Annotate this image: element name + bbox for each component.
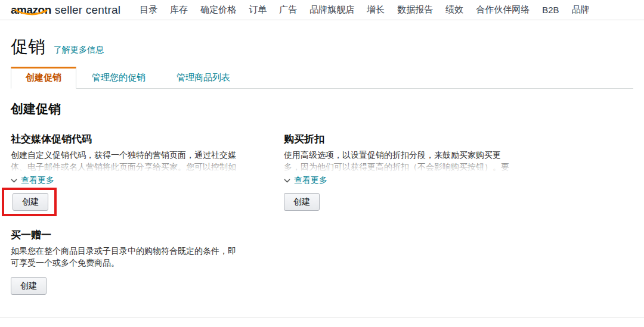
card-description-line: 创建自定义促销代码，获得一个独特的营销页面，通过社交媒 — [11, 149, 284, 161]
nav-item-pricing[interactable]: 确定价格 — [200, 4, 236, 15]
create-button-purchase-discount[interactable]: 创建 — [284, 193, 320, 211]
card-description: 创建自定义促销代码，获得一个独特的营销页面，通过社交媒 体、电子邮件或名人营销将… — [11, 149, 284, 173]
button-row: 创建 — [11, 277, 284, 295]
amazon-seller-central-logo[interactable]: amazon seller central — [11, 4, 120, 17]
card-description-line-truncated: 体、电子邮件或名人营销将此页面分享给买家。您可以控制如 — [11, 161, 284, 173]
create-button-buy-one-get-one[interactable]: 创建 — [11, 277, 47, 295]
button-row: 创建 — [284, 193, 633, 211]
card-title: 社交媒体促销代码 — [11, 133, 284, 146]
nav-item-partner-network[interactable]: 合作伙伴网络 — [476, 4, 530, 15]
learn-more-link[interactable]: 了解更多信息 — [54, 45, 104, 55]
nav-item-advertising[interactable]: 广告 — [279, 4, 297, 15]
card-description-line: 如果您在整个商品目录或子目录中的购物符合既定的条件，即 — [11, 245, 284, 257]
page-title: 促销 — [11, 35, 45, 58]
tab-manage-product-list[interactable]: 管理商品列表 — [161, 67, 246, 88]
card-buy-one-get-one: 买一赠一 如果您在整个商品目录或子目录中的购物符合既定的条件，即 可享受一个或多… — [11, 229, 284, 295]
card-description-line-truncated: 多，因为他们可以获得更高的折扣（不会影响购买按钮）。要 — [284, 161, 633, 173]
see-more-label: 查看更多 — [21, 175, 54, 186]
button-row: 创建 — [2, 188, 284, 216]
chevron-down-icon — [11, 179, 17, 183]
main-content: 促销 了解更多信息 创建促销 管理您的促销 管理商品列表 创建促销 社交媒体促销… — [0, 35, 644, 295]
nav-item-reports[interactable]: 数据报告 — [397, 4, 433, 15]
card-purchase-discount: 购买折扣 使用高级选项，以设置促销的折扣分段，来鼓励买家购买更 多，因为他们可以… — [284, 133, 633, 211]
create-button-social-media-promo[interactable]: 创建 — [13, 193, 48, 211]
page-title-row: 促销 了解更多信息 — [11, 35, 633, 58]
card-title: 买一赠一 — [11, 229, 284, 242]
nav-item-catalog[interactable]: 目录 — [140, 4, 157, 15]
left-column: 社交媒体促销代码 创建自定义促销代码，获得一个独特的营销页面，通过社交媒 体、电… — [11, 117, 284, 295]
see-more-link[interactable]: 查看更多 — [11, 175, 54, 186]
tab-bar: 创建促销 管理您的促销 管理商品列表 — [11, 68, 633, 89]
card-social-media-promo-code: 社交媒体促销代码 创建自定义促销代码，获得一个独特的营销页面，通过社交媒 体、电… — [11, 133, 284, 216]
nav-item-stores[interactable]: 品牌旗舰店 — [309, 4, 354, 15]
nav-item-growth[interactable]: 增长 — [367, 4, 385, 15]
amazon-smile-icon — [14, 9, 48, 16]
card-description-line: 可享受一个或多个免费商品。 — [11, 257, 284, 269]
nav-item-b2b[interactable]: B2B — [542, 5, 559, 15]
card-description-line: 使用高级选项，以设置促销的折扣分段，来鼓励买家购买更 — [284, 149, 633, 161]
tab-manage-your-promotions[interactable]: 管理您的促销 — [76, 67, 161, 88]
nav-item-brands[interactable]: 品牌 — [572, 4, 590, 15]
see-more-link[interactable]: 查看更多 — [284, 175, 327, 186]
nav-item-orders[interactable]: 订单 — [249, 4, 267, 15]
see-more-label: 查看更多 — [294, 175, 327, 186]
annotation-highlight-box: 创建 — [2, 188, 57, 216]
right-column: 购买折扣 使用高级选项，以设置促销的折扣分段，来鼓励买家购买更 多，因为他们可以… — [284, 117, 633, 295]
seller-central-logo-text: seller central — [55, 4, 121, 17]
nav-item-inventory[interactable]: 库存 — [170, 4, 188, 15]
bottom-divider — [0, 317, 644, 318]
promotion-cards-grid: 社交媒体促销代码 创建自定义促销代码，获得一个独特的营销页面，通过社交媒 体、电… — [11, 117, 633, 295]
section-heading: 创建促销 — [11, 101, 633, 117]
card-description: 如果您在整个商品目录或子目录中的购物符合既定的条件，即 可享受一个或多个免费商品… — [11, 245, 284, 269]
primary-nav: 目录 库存 确定价格 订单 广告 品牌旗舰店 增长 数据报告 绩效 合作伙伴网络… — [140, 4, 589, 15]
card-title: 购买折扣 — [284, 133, 633, 146]
top-nav-bar: amazon seller central 目录 库存 确定价格 订单 广告 品… — [0, 0, 644, 20]
chevron-down-icon — [284, 179, 290, 183]
nav-item-performance[interactable]: 绩效 — [445, 4, 463, 15]
card-description: 使用高级选项，以设置促销的折扣分段，来鼓励买家购买更 多，因为他们可以获得更高的… — [284, 149, 633, 173]
tab-create-promotion[interactable]: 创建促销 — [11, 67, 76, 89]
